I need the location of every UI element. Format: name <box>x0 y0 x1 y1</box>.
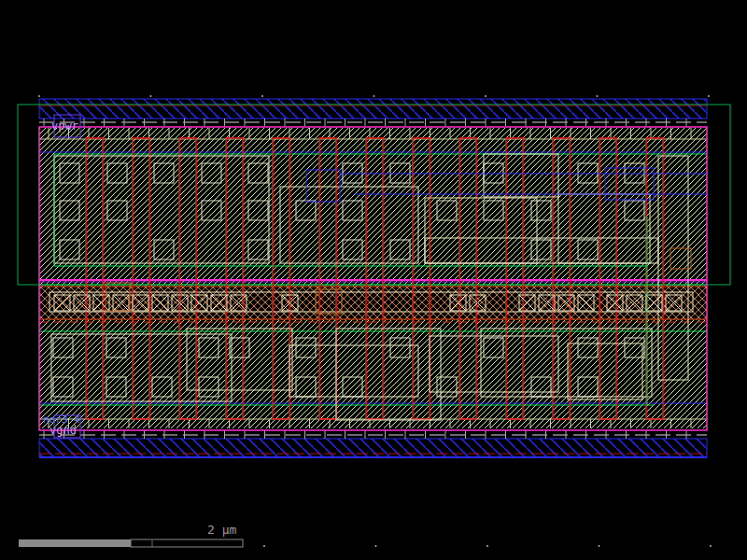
grid-dot-row-top <box>597 95 599 97</box>
grid-dot-row-top <box>485 95 486 97</box>
grid-dot-row-bottom <box>710 545 712 547</box>
grid-dot-row-bottom <box>375 545 377 547</box>
grid-dot-row-bottom <box>599 545 600 547</box>
layout-canvas[interactable]: vpwrnor3 4vgnd2 μm <box>0 0 747 560</box>
grid-dot-row-top <box>374 95 375 97</box>
vgnd-label: vgnd <box>49 424 77 437</box>
grid-dot-row-top <box>38 95 40 97</box>
layout-viewer: vpwrnor3 4vgnd2 μm <box>0 0 747 560</box>
scalebar-label: 2 μm <box>207 523 236 537</box>
mid-magenta-line <box>39 279 707 281</box>
grid-dot-row-bottom <box>486 545 488 547</box>
vpwr-rail <box>39 99 707 119</box>
grid-dot-row-top <box>708 95 710 97</box>
scalebar-solid <box>19 539 131 547</box>
vgnd-rail <box>39 439 707 457</box>
grid-dot-row-top <box>150 95 152 97</box>
grid-dot-row-bottom <box>263 545 265 547</box>
vpwr-label: vpwr <box>51 119 78 133</box>
cell-interior-hatch <box>39 128 707 428</box>
scalebar-hollow <box>131 539 243 547</box>
grid-dot-row-top <box>261 95 263 97</box>
